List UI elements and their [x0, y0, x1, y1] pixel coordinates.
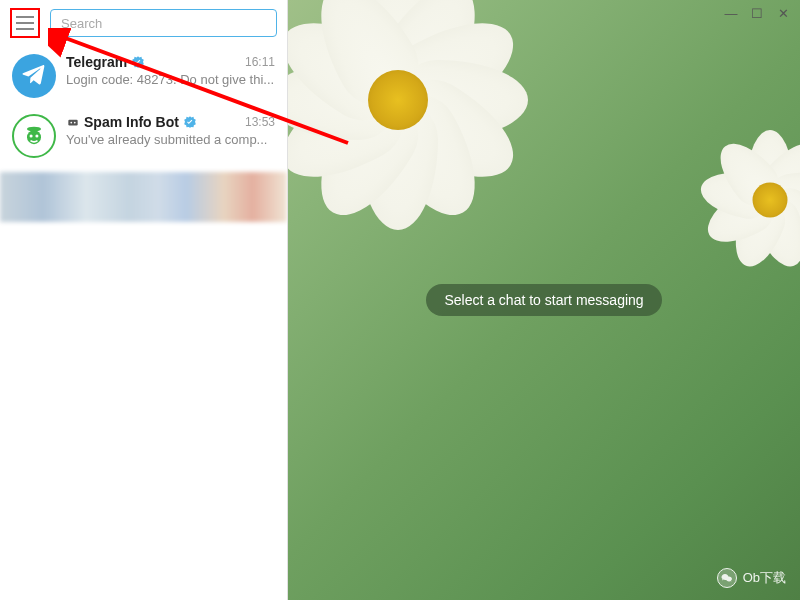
close-button[interactable]: ✕: [776, 6, 790, 20]
bot-icon: [20, 122, 48, 150]
watermark-label: Ob下载: [743, 569, 786, 587]
chat-preview: You've already submitted a comp...: [66, 132, 275, 147]
search-box[interactable]: [50, 9, 277, 37]
app-container: Telegram 16:11 Login code: 48273. Do not…: [0, 0, 800, 600]
minimize-button[interactable]: —: [724, 6, 738, 20]
empty-state-message: Select a chat to start messaging: [426, 284, 661, 316]
chat-avatar: [12, 114, 56, 158]
main-content: Select a chat to start messaging Ob下载: [288, 0, 800, 600]
chat-item[interactable]: Telegram 16:11 Login code: 48273. Do not…: [0, 46, 287, 106]
chat-preview: Login code: 48273. Do not give thi...: [66, 72, 275, 87]
menu-button[interactable]: [10, 8, 40, 38]
chat-name: Telegram: [66, 54, 127, 70]
watermark: Ob下载: [717, 568, 786, 588]
svg-point-3: [35, 134, 38, 137]
bot-tag-icon: [66, 115, 80, 129]
telegram-icon: [21, 63, 47, 89]
maximize-button[interactable]: ☐: [750, 6, 764, 20]
chat-time: 16:11: [245, 55, 275, 69]
sidebar: Telegram 16:11 Login code: 48273. Do not…: [0, 0, 288, 600]
chat-avatar: [12, 54, 56, 98]
sidebar-topbar: [0, 0, 287, 46]
svg-point-2: [30, 134, 33, 137]
flower-decoration: [700, 130, 800, 270]
chat-item[interactable]: Spam Info Bot 13:53 You've already submi…: [0, 106, 287, 166]
hamburger-icon: [16, 16, 34, 30]
search-input[interactable]: [61, 16, 266, 31]
svg-point-5: [70, 122, 72, 124]
chat-time: 13:53: [245, 115, 275, 129]
chat-content: Telegram 16:11 Login code: 48273. Do not…: [66, 54, 275, 98]
chat-name: Spam Info Bot: [84, 114, 179, 130]
verified-icon: [131, 55, 145, 69]
wechat-icon: [717, 568, 737, 588]
chat-content: Spam Info Bot 13:53 You've already submi…: [66, 114, 275, 158]
verified-icon: [183, 115, 197, 129]
redacted-chat-row: [0, 172, 287, 222]
window-controls: — ☐ ✕: [724, 6, 790, 20]
flower-decoration: [288, 0, 528, 230]
svg-point-6: [74, 122, 76, 124]
svg-rect-4: [68, 120, 77, 126]
chat-list[interactable]: Telegram 16:11 Login code: 48273. Do not…: [0, 46, 287, 600]
